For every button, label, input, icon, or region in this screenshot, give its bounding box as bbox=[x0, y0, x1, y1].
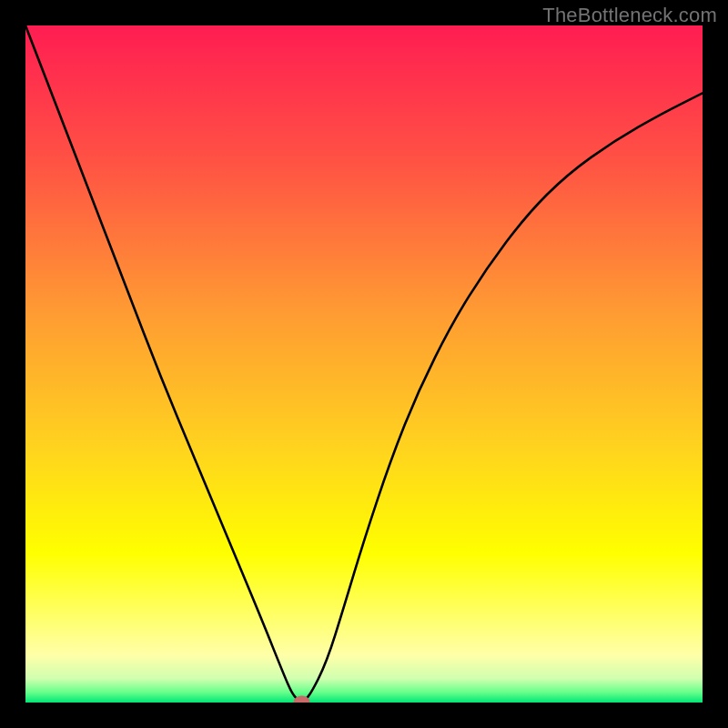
optimal-point-marker bbox=[25, 25, 703, 703]
watermark-text: TheBottleneck.com bbox=[542, 4, 717, 27]
plot-area bbox=[25, 25, 703, 703]
svg-point-1 bbox=[294, 696, 310, 703]
chart-frame: TheBottleneck.com bbox=[0, 0, 728, 728]
